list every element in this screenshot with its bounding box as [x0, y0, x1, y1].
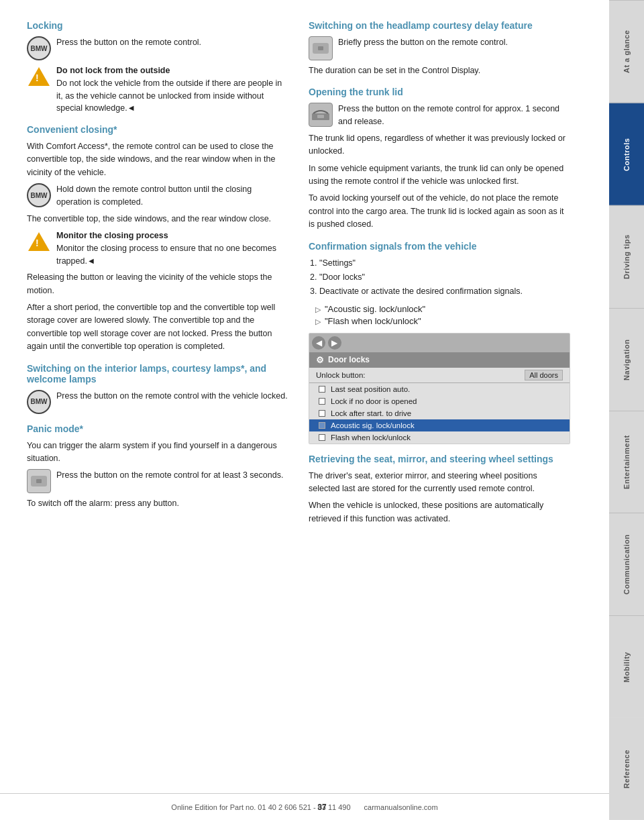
gear-icon: ⚙ [316, 355, 324, 365]
monitor-content: Monitor the closing process Monitor the … [56, 229, 288, 267]
locking-title: Locking [27, 20, 288, 31]
sidebar-tab-communication[interactable]: Communication [609, 513, 644, 615]
switching-interior-section: Switching on the interior lamps, courtes… [27, 363, 288, 414]
monitor-text: Monitor the closing process to ensure th… [56, 244, 276, 266]
unlock-label: Unlock button: [316, 371, 366, 379]
retrieving-seat-text2: When the vehicle is unlocked, these posi… [309, 499, 570, 525]
nav-right-arrow[interactable]: ▶ [328, 336, 341, 350]
monitor-title: Monitor the closing process [56, 229, 288, 242]
locking-warning-title: Do not lock from the outside [56, 64, 288, 77]
screen-row-label-3: Acoustic sig. lock/unlock [331, 421, 415, 429]
page-wrapper: Locking BMW Press the button on the remo… [0, 0, 644, 820]
headlamp-icon-row: Briefly press the button on the remote c… [309, 36, 570, 60]
screen-title-bar: ⚙ Door locks [309, 352, 570, 368]
headlamp-section: Switching on the headlamp courtesy delay… [309, 20, 570, 77]
right-column: Switching on the headlamp courtesy delay… [309, 20, 570, 780]
screen-row-1: Lock if no door is opened [309, 395, 570, 407]
locking-press-text: Press the button on the remote control. [56, 36, 288, 49]
screen-row-4: Flash when lock/unlock [309, 431, 570, 444]
bmw-remote-icon-3: BMW [27, 390, 51, 414]
remote-panic-icon [27, 469, 51, 493]
step-3: Deactivate or activate the desired confi… [319, 285, 570, 298]
page-footer: Online Edition for Part no. 01 40 2 606 … [0, 793, 609, 820]
sidebar: At a glance Controls Driving tips Naviga… [609, 0, 644, 820]
sidebar-tab-navigation[interactable]: Navigation [609, 308, 644, 411]
svg-rect-3 [318, 46, 323, 50]
sidebar-tab-at-a-glance[interactable]: At a glance [609, 0, 644, 103]
switching-interior-title: Switching on the interior lamps, courtes… [27, 363, 288, 385]
retrieving-seat-title: Retrieving the seat, mirror, and steerin… [309, 454, 570, 464]
screen-title: Door locks [328, 355, 370, 364]
hold-button-text: Hold down the remote control button unti… [56, 183, 288, 209]
panic-press-text: Press the button on the remote control f… [56, 469, 288, 482]
bullet-arrow-icon-1: ▷ [315, 305, 321, 314]
trunk-text1: The trunk lid opens, regardless of wheth… [309, 132, 570, 158]
headlamp-title: Switching on the headlamp courtesy delay… [309, 20, 570, 31]
bmw-remote-icon-2: BMW [27, 183, 51, 207]
confirmation-signals-title: Confirmation signals from the vehicle [309, 241, 570, 252]
step-1: "Settings" [319, 257, 570, 270]
bullet-arrow-icon-2: ▷ [315, 317, 321, 326]
trunk-lid-title: Opening the trunk lid [309, 87, 570, 97]
page-number: 37 [317, 803, 326, 812]
result-text: The convertible top, the side windows, a… [27, 213, 288, 225]
screen-row-label-1: Lock if no door is opened [331, 397, 417, 405]
locking-warning-row: Do not lock from the outside Do not lock… [27, 64, 288, 115]
sidebar-tab-driving-tips[interactable]: Driving tips [609, 205, 644, 308]
hold-button-row: BMW Hold down the remote control button … [27, 183, 288, 209]
convenient-closing-section: Convenient closing* With Comfort Access*… [27, 124, 288, 354]
locking-icon-row: BMW Press the button on the remote contr… [27, 36, 288, 60]
screen-row-3-highlighted: Acoustic sig. lock/unlock [309, 419, 570, 431]
checkbox-icon-0 [319, 386, 325, 393]
convenient-closing-intro: With Comfort Access*, the remote control… [27, 140, 288, 179]
panic-mode-intro: You can trigger the alarm system if you … [27, 440, 288, 466]
sidebar-tab-mobility[interactable]: Mobility [609, 615, 644, 718]
bullet-flash: ▷ "Flash when lock/unlock" [315, 316, 570, 326]
bmw-remote-icon: BMW [27, 36, 51, 60]
nav-left-arrow[interactable]: ◀ [312, 336, 325, 350]
remote-headlamp-svg [313, 43, 329, 54]
interior-lamps-row: BMW Press the button on the remote contr… [27, 390, 288, 414]
door-locks-screen: ◀ ▶ ⚙ Door locks Unlock button: All door… [309, 333, 570, 444]
checkbox-icon-1 [319, 398, 325, 405]
screen-row-label-2: Lock after start. to drive [331, 409, 411, 417]
screen-nav-bar: ◀ ▶ [309, 334, 570, 352]
trunk-lid-section: Opening the trunk lid Press the button o… [309, 87, 570, 231]
remote-headlamp-icon [309, 36, 333, 60]
screen-row-2: Lock after start. to drive [309, 407, 570, 419]
retrieving-seat-section: Retrieving the seat, mirror, and steerin… [309, 454, 570, 526]
remote-svg-icon [31, 476, 47, 486]
panic-mode-section: Panic mode* You can trigger the alarm sy… [27, 423, 288, 511]
svg-rect-1 [36, 479, 42, 483]
screen-row-0: Last seat position auto. [309, 383, 570, 395]
trunk-text2: In some vehicle equipment variants, the … [309, 162, 570, 189]
confirmation-signals-section: Confirmation signals from the vehicle "S… [309, 241, 570, 444]
retrieving-seat-text1: The driver's seat, exterior mirror, and … [309, 470, 570, 496]
screen-row-label-4: Flash when lock/unlock [331, 433, 411, 442]
switch-off-text: To switch off the alarm: press any butto… [27, 497, 288, 510]
left-column: Locking BMW Press the button on the remo… [27, 20, 288, 780]
locking-section: Locking BMW Press the button on the remo… [27, 20, 288, 115]
warning-triangle-icon [27, 64, 51, 89]
main-content: Locking BMW Press the button on the remo… [0, 0, 609, 820]
unlock-value: All doors [525, 370, 563, 380]
screen-row-label-0: Last seat position auto. [331, 385, 410, 393]
trunk-icon-row: Press the button on the remote control f… [309, 103, 570, 128]
trunk-svg-icon [311, 108, 331, 121]
after-short-text: After a short period, the convertible to… [27, 301, 288, 354]
footer-brand: carmanualsonline.com [364, 803, 438, 811]
confirmation-steps-list: "Settings" "Door locks" Deactivate or ac… [319, 257, 570, 299]
bullet-acoustic-text: "Acoustic sig. lock/unlock" [325, 304, 425, 314]
locking-warning-text: Do not lock the vehicle from the outside… [56, 79, 282, 113]
sidebar-tab-controls[interactable]: Controls [609, 103, 644, 205]
panic-remote-row: Press the button on the remote control f… [27, 469, 288, 493]
checkbox-icon-4 [319, 434, 325, 441]
sidebar-tab-entertainment[interactable]: Entertainment [609, 411, 644, 513]
convenient-closing-title: Convenient closing* [27, 124, 288, 135]
panic-mode-title: Panic mode* [27, 423, 288, 434]
bullet-acoustic: ▷ "Acoustic sig. lock/unlock" [315, 304, 570, 314]
checkbox-icon-2 [319, 410, 325, 417]
checkbox-icon-3 [319, 422, 325, 429]
bullet-flash-text: "Flash when lock/unlock" [325, 316, 421, 326]
sidebar-tab-reference[interactable]: Reference [609, 718, 644, 820]
